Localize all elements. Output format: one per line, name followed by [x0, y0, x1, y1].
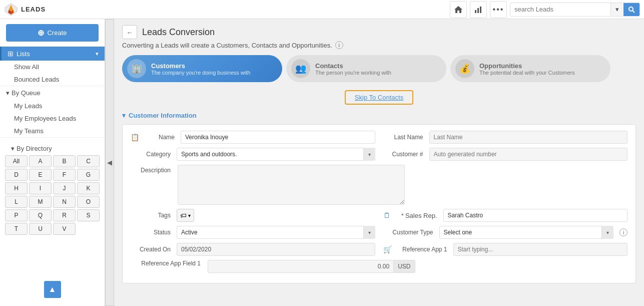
svg-rect-6	[475, 10, 476, 13]
dir-btn-e[interactable]: E	[29, 169, 52, 181]
customers-step-title: Customers	[151, 62, 250, 70]
dir-btn-c[interactable]: C	[77, 155, 100, 167]
section-chevron-icon: ▾	[122, 112, 126, 119]
sales-rep-input[interactable]	[443, 209, 628, 222]
svg-rect-8	[480, 7, 481, 13]
contacts-step-text: Contacts The person you're working with	[315, 62, 391, 76]
last-name-input[interactable]	[429, 131, 628, 144]
customer-info-header[interactable]: ▾ Customer Information	[122, 112, 636, 119]
search-submit-button[interactable]	[623, 3, 639, 16]
my-leads-label: My Leads	[14, 102, 42, 110]
category-label: Category	[131, 151, 171, 158]
directory-grid: All A B C D E F G H I J K L M N O P Q R …	[5, 155, 100, 235]
ref-app1-input[interactable]	[453, 243, 628, 256]
dir-btn-u[interactable]: U	[29, 223, 52, 235]
dir-btn-a[interactable]: A	[29, 155, 52, 167]
dir-btn-d[interactable]: D	[5, 169, 28, 181]
skip-to-contacts-link[interactable]: Skip To Contacts	[355, 94, 403, 101]
tags-label: Tags	[131, 212, 171, 219]
chevron-down-icon: ▾	[6, 89, 10, 97]
chart-button[interactable]	[470, 1, 487, 18]
svg-rect-7	[477, 8, 479, 13]
tags-add-button[interactable]: 🏷 ▾	[177, 209, 194, 222]
customer-type-label: Customer Type	[383, 229, 433, 236]
name-field: 📋 Name	[131, 131, 375, 144]
contacts-step-title: Contacts	[315, 62, 391, 70]
scroll-top-button[interactable]: ▲	[44, 281, 61, 298]
my-employees-leads-label: My Employees Leads	[14, 115, 76, 122]
sidebar-my-employees-leads-item[interactable]: My Employees Leads	[0, 112, 105, 125]
name-label: Name	[145, 134, 175, 141]
sidebar-show-all-item[interactable]: Show All	[0, 61, 105, 73]
chevron-down-icon2: ▾	[11, 145, 15, 152]
dir-btn-p[interactable]: P	[5, 209, 28, 221]
dir-btn-r[interactable]: R	[53, 209, 76, 221]
customer-type-select-wrapper: Select one ▾	[439, 226, 614, 239]
skip-link-area: Skip To Contacts	[122, 90, 636, 105]
status-select-wrapper: Active Inactive ▾	[177, 226, 375, 239]
more-button[interactable]: •••	[490, 1, 507, 18]
by-directory-header[interactable]: ▾ By Directory	[5, 142, 100, 155]
dir-btn-q[interactable]: Q	[29, 209, 52, 221]
customer-info-form: 📋 Name Last Name Category Sports and out…	[122, 124, 636, 283]
status-select[interactable]: Active Inactive	[177, 226, 375, 239]
tag-icon: 🏷	[180, 212, 187, 219]
my-teams-label: My Teams	[14, 127, 44, 135]
created-on-field: Created On	[131, 243, 375, 256]
form-row-created-on: Created On 🛒 Reference App 1	[131, 243, 627, 256]
dir-btn-n[interactable]: N	[53, 196, 76, 208]
home-icon	[454, 5, 463, 14]
dir-btn-l[interactable]: L	[5, 196, 28, 208]
name-input[interactable]	[181, 131, 375, 144]
create-button[interactable]: ⊕ Create	[6, 24, 99, 42]
skip-link-box: Skip To Contacts	[345, 90, 413, 105]
by-queue-label: By Queue	[12, 89, 41, 97]
last-name-label: Last Name	[383, 134, 423, 141]
dir-btn-j[interactable]: J	[53, 182, 76, 194]
search-dropdown-button[interactable]: ▾	[610, 3, 623, 16]
step-customers[interactable]: 🏢 Customers The company you're doing bus…	[122, 55, 282, 82]
create-plus-icon: ⊕	[38, 28, 44, 38]
dir-btn-t[interactable]: T	[5, 223, 28, 235]
description-input[interactable]	[178, 165, 405, 205]
customer-num-input	[429, 148, 628, 161]
dir-btn-s[interactable]: S	[77, 209, 100, 221]
sidebar-lists-item[interactable]: ⊞ Lists ▾	[0, 47, 105, 61]
collapse-sidebar-button[interactable]: ◀	[105, 19, 114, 306]
step-opportunities[interactable]: 💰 Opportunities The potential deal with …	[450, 55, 610, 82]
sidebar-my-leads-item[interactable]: My Leads	[0, 100, 105, 112]
dir-btn-o[interactable]: O	[77, 196, 100, 208]
category-select[interactable]: Sports and outdoors.	[177, 148, 375, 161]
dir-btn-v[interactable]: V	[53, 223, 76, 235]
dir-btn-k[interactable]: K	[77, 182, 100, 194]
opportunities-step-text: Opportunities The potential deal with yo…	[479, 62, 575, 76]
dir-btn-f[interactable]: F	[53, 169, 76, 181]
main-layout: ⊕ Create ⊞ Lists ▾ Show All Bounced Lead…	[0, 19, 644, 306]
step-contacts[interactable]: 👥 Contacts The person you're working wit…	[286, 55, 446, 82]
customer-type-info-icon[interactable]: i	[619, 228, 627, 236]
dir-btn-i[interactable]: I	[29, 182, 52, 194]
customers-step-sub: The company you're doing business with	[151, 70, 250, 76]
dir-btn-all[interactable]: All	[5, 155, 28, 167]
sidebar-my-teams-item[interactable]: My Teams	[0, 125, 105, 137]
more-icon: •••	[493, 5, 504, 14]
dir-btn-g[interactable]: G	[77, 169, 100, 181]
dir-btn-b[interactable]: B	[53, 155, 76, 167]
search-input[interactable]	[510, 6, 610, 13]
svg-line-10	[632, 11, 634, 13]
status-label: Status	[131, 229, 171, 236]
back-button[interactable]: ←	[122, 25, 137, 39]
sidebar-bounced-leads-item[interactable]: Bounced Leads	[0, 73, 105, 86]
category-field: Category Sports and outdoors. ▾	[131, 148, 375, 161]
customer-num-field: Customer #	[383, 148, 628, 161]
customer-type-select[interactable]: Select one	[439, 226, 614, 239]
dir-btn-m[interactable]: M	[29, 196, 52, 208]
opportunities-step-sub: The potential deal with your Customers	[479, 70, 575, 76]
description-label: Description	[131, 165, 171, 174]
home-button[interactable]	[450, 1, 467, 18]
page-header: ← Leads Conversion	[122, 25, 636, 39]
subtitle-info-icon[interactable]: i	[335, 41, 343, 49]
ref-field1-input[interactable]	[208, 260, 394, 273]
by-queue-header[interactable]: ▾ By Queue	[0, 86, 105, 100]
dir-btn-h[interactable]: H	[5, 182, 28, 194]
